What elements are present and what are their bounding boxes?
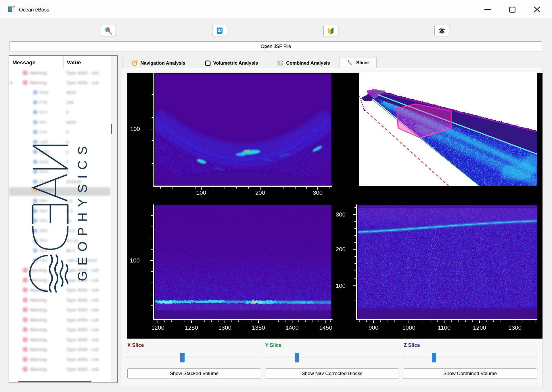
svg-text:100: 100	[336, 282, 346, 289]
svg-text:100: 100	[130, 257, 140, 264]
svg-text:100: 100	[130, 125, 140, 132]
svg-text:1300: 1300	[508, 324, 522, 331]
svg-text:1200: 1200	[473, 324, 486, 331]
svg-text:1450: 1450	[319, 324, 332, 331]
svg-text:1000: 1000	[402, 324, 415, 331]
svg-text:1200: 1200	[151, 324, 164, 331]
svg-text:900: 900	[369, 324, 378, 331]
svg-text:100: 100	[196, 189, 206, 196]
svg-text:GEOPHYSICS: GEOPHYSICS	[75, 143, 90, 281]
svg-text:300: 300	[336, 211, 346, 218]
svg-text:300: 300	[313, 189, 323, 196]
svg-text:1400: 1400	[285, 324, 299, 331]
svg-text:200: 200	[336, 246, 346, 252]
svg-text:1250: 1250	[185, 324, 198, 331]
svg-text:1350: 1350	[252, 324, 265, 331]
svg-text:1100: 1100	[438, 324, 451, 331]
svg-text:200: 200	[255, 189, 265, 196]
svg-text:1300: 1300	[218, 324, 231, 331]
